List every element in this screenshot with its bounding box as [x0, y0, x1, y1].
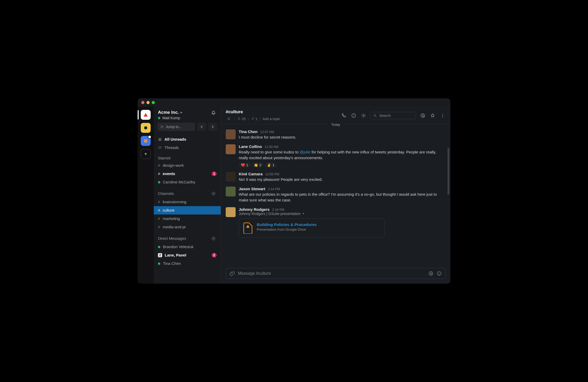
user-mention[interactable]: @julie — [299, 150, 310, 154]
channel-media-and-pr[interactable]: #media-and-pr — [154, 223, 221, 231]
message-list[interactable]: Tina Chen12:47 AM I must decline for sec… — [221, 124, 450, 268]
jump-placeholder: Jump to... — [166, 125, 182, 129]
channel-label: events — [163, 171, 175, 177]
call-button[interactable] — [341, 112, 347, 119]
dm-label: Lane, Pavel — [165, 252, 186, 258]
star-outline-icon — [430, 113, 435, 118]
window-zoom-button[interactable] — [152, 101, 155, 104]
search-input[interactable]: Search — [370, 112, 416, 119]
message-author[interactable]: Jason Stewart — [239, 187, 265, 191]
message: Tina Chen12:47 AM I must decline for sec… — [226, 129, 446, 140]
attachment-card[interactable]: Building Policies & Procedures Presentat… — [239, 218, 385, 238]
section-dms: Direct Messages — [154, 231, 221, 243]
message-text: What are our policies in regards to pets… — [239, 192, 446, 203]
channel-settings-button[interactable] — [360, 112, 367, 119]
paperclip-icon[interactable] — [230, 271, 235, 276]
hash-icon: # — [158, 162, 160, 169]
message-author[interactable]: Lane Collins — [239, 144, 262, 149]
plus-circle-icon — [211, 236, 216, 241]
chevron-left-icon — [200, 125, 203, 128]
channel-label: design-work — [163, 162, 184, 169]
avatar[interactable] — [226, 129, 236, 139]
attachment-source[interactable]: Johnny Rodgers | GSuite presentation — [239, 212, 446, 216]
channel-topic[interactable]: Add a topic — [262, 117, 280, 121]
new-dm-button[interactable] — [210, 235, 217, 242]
square-icon — [144, 139, 147, 142]
message-time: 11:50 AM — [265, 145, 278, 149]
svg-point-4 — [353, 115, 354, 115]
reaction-emoji: 👏 — [254, 163, 258, 167]
message-author[interactable]: Tina Chen — [239, 129, 258, 134]
nav-all-unreads[interactable]: All Unreads — [154, 135, 221, 144]
section-dms-label: Direct Messages — [158, 236, 186, 241]
reaction[interactable]: ✌️1 — [265, 163, 276, 168]
pin-icon — [251, 117, 254, 121]
starred-caroline[interactable]: Caroline McCarthy — [154, 178, 221, 186]
hash-icon: # — [158, 171, 160, 177]
at-icon[interactable] — [428, 271, 433, 276]
google-slides-icon — [243, 222, 253, 234]
dm-tina[interactable]: Tina Chen — [154, 259, 221, 268]
message: Jason Stewart2:14 PM What are our polici… — [226, 187, 446, 203]
window-titlebar — [138, 98, 450, 107]
scrollbar-thumb[interactable] — [448, 148, 449, 195]
window-minimize-button[interactable] — [146, 101, 150, 104]
window-close-button[interactable] — [141, 101, 144, 104]
message-input[interactable]: Message #culture — [226, 268, 446, 279]
message-placeholder: Message #culture — [238, 271, 271, 276]
pins-button[interactable]: 1 — [251, 117, 258, 121]
workspace-tile-acme[interactable] — [141, 110, 151, 120]
starred-events[interactable]: #events1 — [154, 170, 221, 178]
triangle-icon — [144, 113, 148, 117]
starred-design-work[interactable]: #design-work — [154, 161, 221, 170]
chevron-right-icon — [211, 125, 214, 128]
starred-items-button[interactable] — [430, 112, 436, 119]
nav-threads[interactable]: Threads — [154, 144, 221, 152]
channel-brainstorming[interactable]: #brainstorming — [154, 198, 221, 206]
dm-brandon[interactable]: Brandon Velestuk — [154, 243, 221, 251]
channel-info-button[interactable] — [351, 112, 357, 119]
workspace-switcher[interactable]: Acme Inc. — [158, 110, 182, 115]
workspace-add-button[interactable]: + — [141, 149, 151, 159]
channel-marketing[interactable]: #marketing — [154, 214, 221, 223]
presence-dot-icon — [158, 117, 160, 119]
avatar[interactable] — [226, 172, 236, 182]
members-button[interactable]: 25 — [237, 117, 246, 121]
notifications-button[interactable] — [210, 110, 217, 116]
star-channel-button[interactable] — [226, 116, 232, 122]
jump-to-input[interactable]: Jump to... — [157, 123, 195, 131]
reaction-emoji: ✌️ — [267, 163, 271, 167]
emoji-icon[interactable] — [437, 271, 442, 276]
workspace-tile-3[interactable] — [141, 136, 151, 146]
history-forward-button[interactable] — [208, 123, 217, 131]
message-author[interactable]: Kiné Camara — [239, 172, 263, 176]
app-window: + Acme Inc. Matt Kump — [138, 98, 450, 284]
message: Lane Collins11:50 AM Really need to give… — [226, 144, 446, 168]
message: Kiné Camara12:55 PM No! It was my pleasu… — [226, 172, 446, 182]
bell-icon — [211, 110, 216, 116]
caret-down-icon — [302, 212, 305, 215]
kebab-icon — [440, 113, 445, 118]
channel-culture[interactable]: #culture — [154, 206, 221, 214]
workspace-tile-2[interactable] — [141, 123, 151, 133]
message-time: 12:55 PM — [265, 172, 279, 176]
channel-title[interactable]: #culture — [226, 109, 280, 115]
add-channel-button[interactable] — [210, 190, 217, 197]
section-starred-label: Starred — [158, 156, 170, 160]
more-actions-button[interactable] — [439, 112, 446, 119]
avatar[interactable] — [226, 187, 236, 196]
hash-icon: # — [158, 199, 160, 205]
history-back-button[interactable] — [197, 123, 206, 131]
mentions-button[interactable] — [420, 112, 426, 119]
message-text: No! It was my pleasure! People are very … — [239, 177, 446, 182]
message-author[interactable]: Johnny Rodgers — [239, 207, 270, 212]
main-pane: #culture | 25 | 1 | Add a topic — [221, 107, 450, 284]
channel-label: marketing — [163, 216, 180, 222]
current-user[interactable]: Matt Kump — [158, 116, 182, 120]
svg-point-8 — [422, 115, 424, 116]
reaction[interactable]: 👏2 — [252, 163, 263, 168]
avatar[interactable] — [226, 144, 236, 154]
reaction[interactable]: ❤️1 — [239, 163, 250, 168]
dm-lane-pavel[interactable]: 2Lane, Pavel2 — [154, 251, 221, 259]
avatar[interactable] — [226, 207, 236, 217]
